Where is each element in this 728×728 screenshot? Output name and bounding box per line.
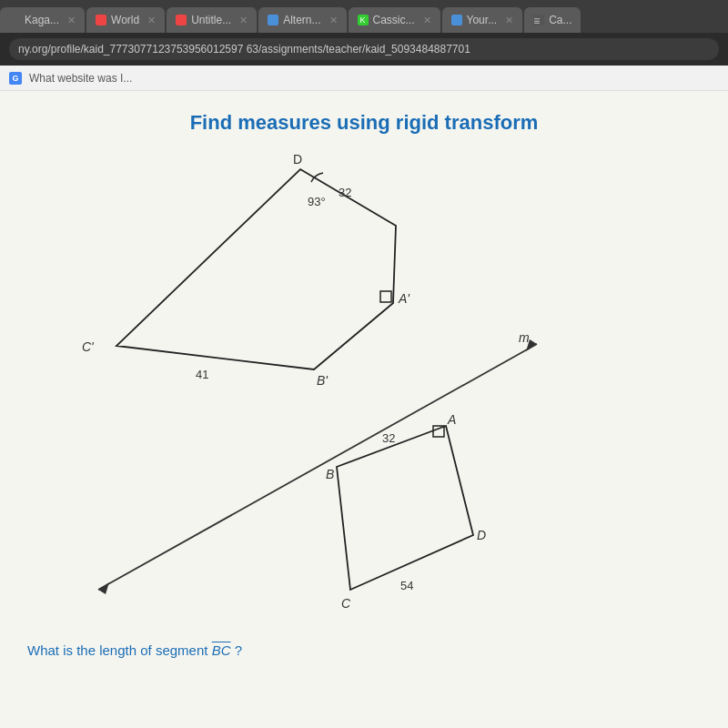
tab-close-cassic[interactable]: ✕: [423, 15, 431, 26]
bookmark-item[interactable]: What website was I...: [29, 72, 132, 85]
tab-label-untitle: Untitle...: [191, 14, 231, 26]
label-m: m: [519, 330, 530, 345]
question-container: What is the length of segment BC ?: [27, 642, 242, 658]
bookmarks-bar: G What website was I...: [0, 66, 728, 91]
page-content: Find measures using rigid transform D 93…: [0, 91, 728, 728]
tab-label-cassic: Cassic...: [373, 14, 415, 26]
browser-tabs: Kaga... ✕ World ✕ Untitle... ✕ Altern...…: [0, 0, 728, 33]
tab-ca[interactable]: ≡ Ca...: [524, 7, 581, 33]
tab-icon-world: [96, 15, 106, 25]
label-C-prime: C': [82, 339, 95, 354]
tab-icon-cassic: K: [358, 15, 369, 25]
tab-label-world: World: [111, 14, 139, 26]
tab-altern[interactable]: Altern... ✕: [258, 7, 346, 33]
label-A: A: [447, 412, 456, 427]
tab-label-kaga: Kaga...: [25, 14, 59, 26]
question-prefix: What is the length of segment: [27, 642, 212, 658]
question-suffix: ?: [235, 642, 242, 658]
label-32-top: 32: [339, 186, 351, 199]
label-93: 93°: [308, 195, 326, 208]
google-icon: G: [9, 72, 22, 85]
tab-label-ca: Ca...: [549, 14, 571, 26]
label-C: C: [341, 596, 351, 611]
tab-your[interactable]: Your... ✕: [442, 7, 523, 33]
label-41: 41: [196, 368, 208, 381]
tab-label-your: Your...: [467, 14, 498, 26]
tab-close-kaga[interactable]: ✕: [67, 15, 76, 26]
tab-close-world[interactable]: ✕: [147, 15, 156, 26]
label-B: B: [326, 467, 334, 481]
label-A-prime: A': [398, 291, 410, 306]
lower-quadrilateral: [337, 426, 473, 590]
label-D: D: [477, 528, 486, 542]
tab-close-your[interactable]: ✕: [505, 15, 513, 26]
page-title: Find measures using rigid transform: [0, 91, 728, 144]
tab-icon-kaga: [9, 15, 20, 25]
right-angle-A-prime: [380, 291, 391, 302]
tab-label-altern: Altern...: [283, 14, 320, 26]
bookmark-label: What website was I...: [29, 72, 132, 85]
geometry-area: D 93° 32 A' C' 41 B' m: [0, 144, 728, 672]
tab-icon-your: [451, 15, 462, 25]
segment-BC: BC: [212, 642, 231, 658]
label-B-prime: B': [317, 373, 329, 388]
tab-kaga[interactable]: Kaga... ✕: [0, 7, 85, 33]
tab-close-altern[interactable]: ✕: [329, 15, 338, 26]
tab-cassic[interactable]: K Cassic... ✕: [349, 7, 440, 33]
label-D-top: D: [293, 152, 302, 167]
label-54: 54: [400, 579, 413, 592]
tab-world[interactable]: World ✕: [86, 7, 165, 33]
tab-icon-altern: [268, 15, 278, 25]
address-bar: ny.org/profile/kaid_77730771237539560125…: [0, 33, 728, 66]
geometry-diagram: D 93° 32 A' C' 41 B' m: [0, 144, 728, 672]
tab-icon-ca: ≡: [533, 15, 544, 25]
tab-icon-untitle: [176, 15, 187, 25]
url-box[interactable]: ny.org/profile/kaid_77730771237539560125…: [9, 38, 719, 60]
tab-untitle[interactable]: Untitle... ✕: [167, 7, 257, 33]
url-text: ny.org/profile/kaid_77730771237539560125…: [18, 43, 470, 56]
upper-quadrilateral: [116, 169, 396, 369]
label-32-bottom: 32: [382, 431, 395, 445]
tab-close-untitle[interactable]: ✕: [239, 15, 248, 26]
